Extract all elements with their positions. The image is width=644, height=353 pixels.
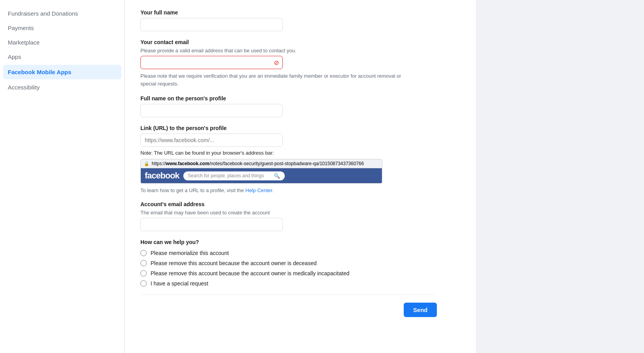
sidebar-item-label: Fundraisers and Donations [8,10,78,17]
radio-option-memorialize[interactable]: Please memorialize this account [140,250,460,256]
help-section: How can we help you? Please memorialize … [140,239,460,287]
send-button[interactable]: Send [404,303,437,317]
sidebar-item-marketplace[interactable]: Marketplace [0,35,124,50]
url-path: /notes/facebook-security/guest-post-stop… [209,161,364,166]
radio-memorialize[interactable] [140,250,147,256]
sidebar-item-label: Apps [8,53,21,60]
sidebar-item-label: Facebook Mobile Apps [8,69,71,75]
fb-logo-text: facebook [145,171,179,181]
radio-option-remove-incapacitated[interactable]: Please remove this account because the a… [140,270,460,276]
radio-remove-deceased-label: Please remove this account because the a… [151,260,317,266]
search-icon: 🔍 [274,173,280,179]
profile-url-label: Link (URL) to the person's profile [140,125,460,131]
email-input-wrapper: ⊘ [140,56,283,69]
sidebar-item-facebook-mobile-apps[interactable]: Facebook Mobile Apps [3,65,121,79]
email-error-icon: ⊘ [274,59,279,66]
fb-search-placeholder: Search for people, places and things [188,173,264,178]
sidebar-item-apps[interactable]: Apps [0,50,124,64]
radio-special-request[interactable] [140,280,147,287]
browser-content: facebook Search for people, places and t… [141,168,382,183]
account-email-sublabel: The email that may have been used to cre… [140,210,460,216]
account-email-section: Account's email address The email that m… [140,201,460,231]
url-base: https:// [152,161,166,166]
sidebar-item-fundraisers[interactable]: Fundraisers and Donations [0,6,124,21]
contact-email-section: Your contact email Please provide a vali… [140,39,460,87]
full-name-input[interactable] [140,18,283,31]
full-name-label: Your full name [140,9,460,16]
radio-remove-incapacitated-label: Please remove this account because the a… [151,270,349,276]
lock-icon: 🔒 [144,161,149,166]
main-content: Your full name Your contact email Please… [125,0,476,353]
contact-email-label: Your contact email [140,39,460,45]
account-email-input[interactable] [140,218,283,231]
radio-option-remove-deceased[interactable]: Please remove this account because the a… [140,260,460,266]
browser-address-bar: 🔒 https://www.facebook.com/notes/faceboo… [141,159,382,168]
learn-link-text: To learn how to get a URL to a profile, … [140,187,460,193]
fb-logo-area: facebook [145,171,179,181]
profile-url-input[interactable] [140,134,283,147]
verification-note: Please note that we require verification… [140,72,413,87]
url-note-text: Note: The URL can be found in your brows… [140,150,460,156]
profile-name-section: Full name on the person's profile [140,95,460,117]
help-section-label: How can we help you? [140,239,460,245]
sidebar-item-accessibility[interactable]: Accessibility [0,80,124,94]
browser-url-text: https://www.facebook.com/notes/facebook-… [152,161,364,166]
radio-option-special-request[interactable]: I have a special request [140,280,460,287]
profile-name-input[interactable] [140,104,283,117]
profile-name-label: Full name on the person's profile [140,95,460,102]
fb-search-box: Search for people, places and things 🔍 [183,171,285,180]
sidebar-item-payments[interactable]: Payments [0,21,124,35]
full-name-section: Your full name [140,9,460,31]
sidebar-item-label: Payments [8,25,34,31]
radio-memorialize-label: Please memorialize this account [151,250,229,256]
send-button-row: Send [140,294,437,317]
radio-remove-deceased[interactable] [140,260,147,266]
account-email-label: Account's email address [140,201,460,207]
sidebar-item-label: Marketplace [8,39,40,46]
radio-special-request-label: I have a special request [151,280,208,287]
contact-email-input[interactable] [140,56,283,69]
url-domain: www.facebook.com [166,161,209,166]
help-center-link[interactable]: Help Center [245,187,272,193]
profile-url-section: Link (URL) to the person's profile Note:… [140,125,460,193]
radio-remove-incapacitated[interactable] [140,270,147,276]
contact-email-sublabel: Please provide a valid email address tha… [140,48,460,53]
browser-preview: 🔒 https://www.facebook.com/notes/faceboo… [140,159,382,184]
sidebar-item-label: Accessibility [8,84,40,91]
sidebar: Fundraisers and Donations Payments Marke… [0,0,125,353]
